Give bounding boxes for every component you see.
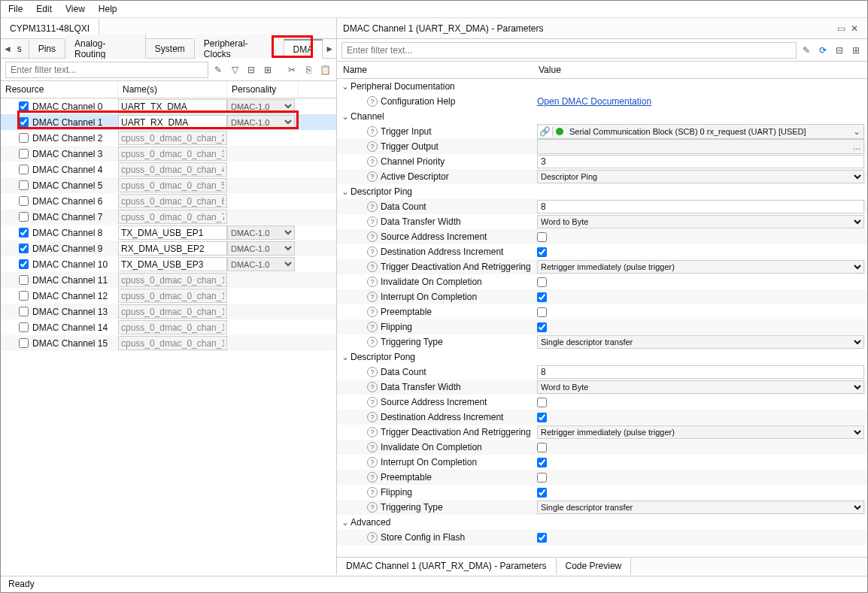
channel-name-input[interactable] xyxy=(118,289,227,303)
col-personality[interactable]: Personality xyxy=(227,81,299,98)
param-group[interactable]: ⌄Advanced xyxy=(337,515,867,530)
funnel-icon[interactable]: ▽ xyxy=(228,63,241,77)
channel-name-input[interactable] xyxy=(118,147,227,161)
channel-checkbox[interactable] xyxy=(16,133,31,143)
param-value[interactable] xyxy=(534,458,867,467)
param-value[interactable] xyxy=(534,277,867,287)
channel-checkbox[interactable] xyxy=(16,180,31,190)
channel-checkbox[interactable] xyxy=(16,322,31,332)
help-icon[interactable]: ? xyxy=(367,487,378,498)
chevron-down-icon[interactable]: ⌄ xyxy=(340,81,351,92)
channel-name-input[interactable] xyxy=(118,131,227,145)
channel-checkbox[interactable] xyxy=(16,338,31,348)
param-value[interactable] xyxy=(534,473,867,483)
channel-row[interactable]: DMAC Channel 7 xyxy=(1,209,336,225)
help-icon[interactable]: ? xyxy=(367,502,378,513)
channel-personality-select[interactable]: DMAC-1.0 xyxy=(227,257,295,271)
tab-system[interactable]: System xyxy=(146,40,195,58)
param-value[interactable]: Word to Byte xyxy=(534,215,867,228)
chevron-down-icon[interactable]: ⌄ xyxy=(340,111,351,122)
channel-name-input[interactable] xyxy=(118,320,227,334)
help-icon[interactable]: ? xyxy=(367,322,378,332)
tab-s[interactable]: s xyxy=(14,40,29,58)
param-value[interactable] xyxy=(534,232,867,242)
param-value[interactable] xyxy=(534,247,867,257)
help-icon[interactable]: ? xyxy=(367,337,378,347)
channel-checkbox[interactable] xyxy=(16,275,31,285)
channel-name-input[interactable] xyxy=(118,210,227,224)
cut-icon[interactable]: ✂ xyxy=(285,63,299,77)
help-icon[interactable]: ? xyxy=(367,231,378,242)
channel-checkbox[interactable] xyxy=(16,307,31,316)
channel-checkbox[interactable] xyxy=(16,212,31,222)
help-icon[interactable]: ? xyxy=(367,382,378,392)
help-icon[interactable]: ? xyxy=(367,292,378,302)
channel-name-input[interactable] xyxy=(118,336,227,350)
bottom-tab-code-preview[interactable]: Code Preview xyxy=(557,558,632,575)
help-icon[interactable]: ? xyxy=(367,442,378,452)
expand-all-icon[interactable]: ⊞ xyxy=(849,44,863,57)
param-value[interactable]: 🔗Serial Communication Block (SCB) 0 rx_r… xyxy=(534,124,867,139)
chevron-down-icon[interactable]: ⌄ xyxy=(340,517,351,528)
param-col-value[interactable]: Value xyxy=(539,65,561,75)
channel-row[interactable]: DMAC Channel 12 xyxy=(1,288,336,304)
help-icon[interactable]: ? xyxy=(367,216,378,227)
param-group[interactable]: ⌄Channel xyxy=(337,109,867,124)
channel-name-input[interactable] xyxy=(118,241,227,256)
param-group[interactable]: ⌄Peripheral Documentation xyxy=(337,79,867,94)
channel-checkbox[interactable] xyxy=(16,259,31,269)
param-value[interactable] xyxy=(534,307,867,317)
param-col-name[interactable]: Name xyxy=(343,65,539,75)
help-icon[interactable]: ? xyxy=(367,472,378,483)
chevron-down-icon[interactable]: ⌄ xyxy=(340,186,351,197)
channel-row[interactable]: DMAC Channel 11 xyxy=(1,272,336,288)
help-icon[interactable]: ? xyxy=(367,307,378,317)
help-icon[interactable]: ? xyxy=(367,367,378,377)
menu-view[interactable]: View xyxy=(65,4,85,14)
collapse-icon[interactable]: ⊟ xyxy=(244,63,258,77)
param-value[interactable] xyxy=(534,365,867,379)
channel-row[interactable]: DMAC Channel 0DMAC-1.0 xyxy=(1,98,336,114)
param-value[interactable] xyxy=(534,155,867,168)
channel-name-input[interactable] xyxy=(118,178,227,192)
param-value[interactable] xyxy=(534,200,867,213)
help-icon[interactable]: ? xyxy=(367,156,378,167)
link-icon[interactable]: 🔗 xyxy=(538,126,553,137)
col-resource[interactable]: Resource xyxy=(1,81,118,98)
tab-pins[interactable]: Pins xyxy=(29,40,65,58)
param-value[interactable]: Single descriptor transfer xyxy=(534,335,867,349)
clear-param-filter-icon[interactable]: ✎ xyxy=(800,44,813,57)
channel-name-input[interactable] xyxy=(118,273,227,287)
param-value[interactable] xyxy=(534,292,867,302)
channel-name-input[interactable] xyxy=(118,99,227,113)
param-value[interactable] xyxy=(534,488,867,498)
clear-filter-icon[interactable]: ✎ xyxy=(211,63,225,77)
menu-edit[interactable]: Edit xyxy=(36,4,52,14)
channel-checkbox[interactable] xyxy=(16,165,31,174)
tab-dma[interactable]: DMA xyxy=(284,39,323,59)
expand-icon[interactable]: ⊞ xyxy=(261,63,275,77)
channel-checkbox[interactable] xyxy=(16,149,31,159)
channel-name-input[interactable] xyxy=(118,304,227,319)
channel-name-input[interactable] xyxy=(118,115,227,129)
channel-checkbox[interactable] xyxy=(16,291,31,301)
channel-checkbox[interactable] xyxy=(16,244,31,253)
channel-personality-select[interactable]: DMAC-1.0 xyxy=(227,225,295,240)
param-value[interactable]: Open DMAC Documentation xyxy=(534,96,867,107)
param-value[interactable] xyxy=(534,443,867,452)
param-group[interactable]: ⌄Descriptor Pong xyxy=(337,349,867,365)
channel-personality-select[interactable]: DMAC-1.0 xyxy=(227,115,295,129)
paste-icon[interactable]: 📋 xyxy=(318,63,332,77)
channel-personality-select[interactable]: DMAC-1.0 xyxy=(227,99,295,113)
scroll-left-icon[interactable]: ◄ xyxy=(1,42,14,56)
channel-row[interactable]: DMAC Channel 13 xyxy=(1,304,336,319)
channel-row[interactable]: DMAC Channel 10DMAC-1.0 xyxy=(1,256,336,272)
channel-checkbox[interactable] xyxy=(16,117,31,127)
bottom-tab-parameters[interactable]: DMAC Channel 1 (UART_RX_DMA) - Parameter… xyxy=(337,558,557,575)
channel-row[interactable]: DMAC Channel 2 xyxy=(1,130,336,146)
help-icon[interactable]: ? xyxy=(367,532,378,543)
refresh-icon[interactable]: ⟳ xyxy=(816,44,830,57)
float-icon[interactable]: ▭ xyxy=(834,22,848,35)
help-icon[interactable]: ? xyxy=(367,126,378,137)
param-value[interactable]: Descriptor Ping xyxy=(534,170,867,183)
